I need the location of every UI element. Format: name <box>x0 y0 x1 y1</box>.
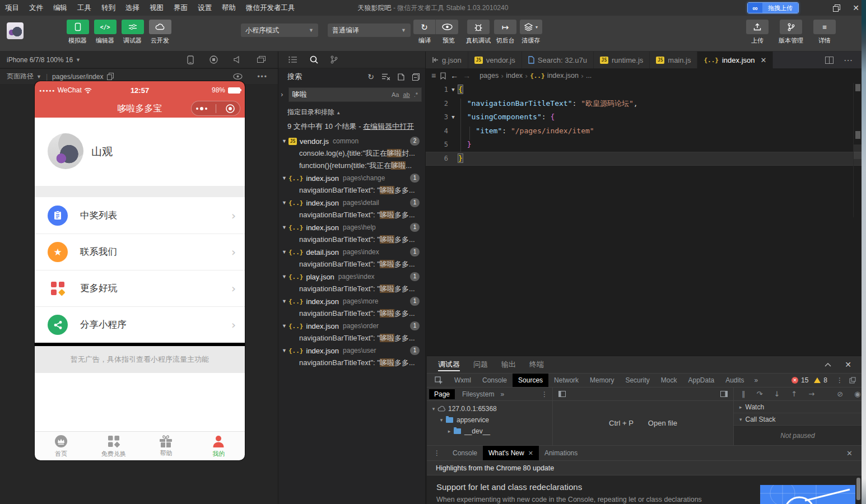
copy-icon[interactable] <box>107 73 114 80</box>
tabbar-item-1[interactable]: 免费兑换 <box>87 432 140 460</box>
tabbar-item-2[interactable]: 帮助 <box>140 432 193 460</box>
nav-menu-icon[interactable]: ⋮ <box>541 390 548 398</box>
menubar-item-8[interactable]: 设置 <box>193 0 217 16</box>
hide-navigator-icon[interactable] <box>558 391 566 397</box>
toolbar-cloud-button[interactable]: 云开发 <box>148 20 171 45</box>
toolbar-action-details[interactable]: ≡详情 <box>813 20 836 45</box>
menu-item-2[interactable]: 更多好玩› <box>35 270 245 306</box>
eye-icon[interactable] <box>233 73 243 80</box>
debugger-tab-3[interactable]: 终端 <box>529 356 544 373</box>
menu-item-0[interactable]: 中奖列表› <box>35 197 245 234</box>
mode-select[interactable]: 小程序模式▼ <box>241 24 318 37</box>
expand-all-icon[interactable] <box>398 73 404 81</box>
match-case-icon[interactable]: Aa <box>392 91 399 98</box>
device-selector[interactable]: iPhone 6/7/8 100% 16 <box>7 56 73 64</box>
menu-item-1[interactable]: ★联系我们› <box>35 234 245 270</box>
scrollbar-thumb[interactable] <box>856 478 860 500</box>
breadcrumb-item-0[interactable]: pages <box>479 72 499 80</box>
outline-icon[interactable]: ≡ <box>431 71 436 80</box>
search-result-match[interactable]: navigationBarTitleText": "哆啦多多... <box>278 357 425 369</box>
editor-tab-Search--32.u7u[interactable]: Search: 32.u7u <box>522 52 594 68</box>
editor-tab-runtime.js[interactable]: JSruntime.js <box>594 52 650 68</box>
devtools-menu-icon[interactable]: ⋮ <box>836 376 843 384</box>
drag-upload-button[interactable]: ∞ 拖拽上传 <box>747 2 799 13</box>
deactivate-breakpoints-icon[interactable]: ⊘ <box>837 390 843 398</box>
debugger-tab-2[interactable]: 输出 <box>501 356 516 373</box>
search-input[interactable]: 哆啦 Aa ab .* <box>288 87 422 102</box>
toolbar-action-layers[interactable]: ▼清缓存 <box>520 20 542 45</box>
page-path-label[interactable]: 页面路径 <box>7 72 34 81</box>
more-options-icon[interactable]: ••• <box>257 73 268 81</box>
code-line-4[interactable]: 4 "item": "/pages/index/item" <box>426 124 862 138</box>
editor-tab-g.json[interactable]: g.json <box>426 52 468 68</box>
menubar-item-7[interactable]: 界面 <box>169 0 193 16</box>
code-line-6[interactable]: 6} <box>426 152 862 166</box>
menu-item-3[interactable]: 分享小程序› <box>35 306 245 343</box>
editor-tab-index.json[interactable]: {..}index.json✕ <box>697 52 773 68</box>
breadcrumb-item-3[interactable]: ... <box>586 72 592 80</box>
sources-nav-tab-filesystem[interactable]: Filesystem <box>457 389 499 399</box>
fold-chevron-icon[interactable]: ▼ <box>448 83 458 97</box>
compile-mode-select[interactable]: 普通编译▼ <box>328 24 411 37</box>
toggle-replace-icon[interactable]: › <box>281 91 288 99</box>
menubar-item-3[interactable]: 工具 <box>72 0 96 16</box>
close-drawer-icon[interactable]: ✕ <box>846 449 862 458</box>
article-title[interactable]: Support for let and class redeclarations <box>436 482 582 492</box>
code-line-2[interactable]: 2 "navigationBarTitleText": "欧皇源码论坛", <box>426 97 862 111</box>
error-count[interactable]: 15 <box>801 376 808 384</box>
devtools-tab-sources[interactable]: Sources <box>513 374 548 387</box>
search-icon[interactable] <box>310 55 318 64</box>
maximize-icon[interactable] <box>833 4 840 12</box>
search-result-match[interactable]: navigationBarTitleText": "哆啦多多... <box>278 307 425 320</box>
menubar-item-1[interactable]: 文件 <box>24 0 48 16</box>
menubar-item-4[interactable]: 转到 <box>96 0 120 16</box>
close-icon[interactable]: ✕ <box>853 3 859 12</box>
drawer-tab-what-s-new[interactable]: What's New✕ <box>483 446 539 460</box>
file-list-icon[interactable] <box>288 56 297 63</box>
multi-window-icon[interactable] <box>257 56 266 63</box>
undock-icon[interactable] <box>849 377 856 384</box>
menubar-item-2[interactable]: 编辑 <box>48 0 72 16</box>
menubar-item-5[interactable]: 选择 <box>120 0 145 16</box>
nav-forward-icon[interactable]: → <box>463 71 471 80</box>
drawer-tab-console[interactable]: Console <box>447 446 483 460</box>
search-result-match[interactable]: navigationBarTitleText": "哆啦多多... <box>278 283 425 295</box>
regex-icon[interactable]: .* <box>414 91 418 98</box>
fold-chevron-icon[interactable]: ▼ <box>448 110 458 124</box>
search-result-file-4[interactable]: ▼{..}detail.jsonpages\index1 <box>278 246 425 258</box>
callstack-section[interactable]: ▾ Call Stack <box>734 413 862 426</box>
tree-node-1[interactable]: ▾appservice <box>427 414 552 426</box>
collapse-all-icon[interactable] <box>412 73 420 81</box>
step-out-icon[interactable]: ↑ <box>791 390 797 398</box>
toolbar-phone-button[interactable]: 模拟器 <box>66 20 89 45</box>
search-result-file-3[interactable]: ▼{..}index.jsonpages\help1 <box>278 221 425 234</box>
more-tabs-icon[interactable]: » <box>750 374 763 387</box>
refresh-icon[interactable]: ↻ <box>367 72 374 81</box>
collapse-panel-icon[interactable] <box>825 363 831 367</box>
search-result-match[interactable]: navigationBarTitleText": "哆啦多多... <box>278 234 425 246</box>
project-avatar[interactable] <box>7 22 24 39</box>
record-icon[interactable] <box>209 55 218 64</box>
inspect-element-icon[interactable] <box>427 376 449 385</box>
menubar-item-0[interactable]: 项目 <box>0 0 24 16</box>
pause-script-icon[interactable]: ‖ <box>742 390 746 398</box>
scrollbar-thumb[interactable] <box>854 144 862 159</box>
user-profile-section[interactable]: 山观 <box>35 118 245 186</box>
search-result-match[interactable]: function(){return{title:"我正在哆啦... <box>278 160 425 172</box>
search-scope-toggle[interactable]: 指定目录和排除 ▲ <box>287 108 425 117</box>
code-area[interactable]: 1▼{2 "navigationBarTitleText": "欧皇源码论坛",… <box>426 83 862 166</box>
more-menu-icon[interactable] <box>196 107 207 110</box>
devtools-tab-wxml[interactable]: Wxml <box>449 374 477 387</box>
menubar-item-10[interactable]: 微信开发者工具 <box>241 0 300 16</box>
user-avatar[interactable] <box>48 133 83 169</box>
menubar-item-6[interactable]: 视图 <box>145 0 169 16</box>
nav-back-icon[interactable]: ← <box>450 71 458 80</box>
warning-count[interactable]: 8 <box>823 376 827 384</box>
toolbar-sliders-button[interactable]: 调试器 <box>121 20 144 45</box>
debugger-tab-0[interactable]: 调试器 <box>438 356 460 373</box>
breadcrumb-item-2[interactable]: {..}index.json <box>530 72 579 80</box>
search-result-file-6[interactable]: ▼{..}index.jsonpages\more1 <box>278 295 425 307</box>
search-result-match[interactable]: navigationBarTitleText": "哆啦多多... <box>278 209 425 221</box>
open-file-label[interactable]: Open file <box>648 419 677 427</box>
step-icon[interactable]: → <box>808 390 814 398</box>
